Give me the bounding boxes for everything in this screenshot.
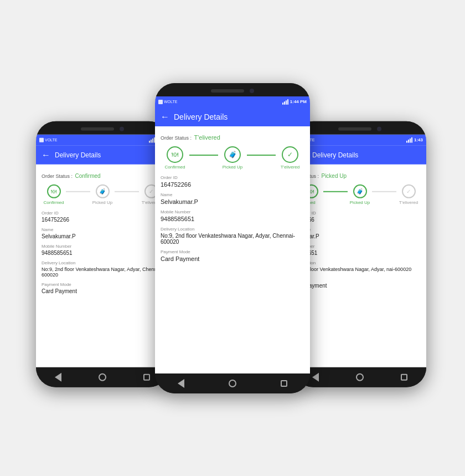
speaker-left <box>81 127 114 130</box>
signal-c-bar-3 <box>286 100 287 105</box>
content-left: Order Status : Confirmed 🍽 Confirmed 🧳 P… <box>36 164 169 367</box>
signal-c-bar-1 <box>282 103 283 105</box>
signal-r-bar-4 <box>411 137 412 142</box>
location-field-center: Delivery Location No:9, 2nd floor Venkat… <box>161 227 304 245</box>
status-network-left: VOLTE <box>45 138 57 142</box>
signal-left <box>149 137 155 142</box>
order-id-field-center: Order ID 164752266 <box>161 175 304 188</box>
signal-r-bar-3 <box>410 138 411 142</box>
payment-label-left: Payment Mode <box>42 281 163 286</box>
location-value-left: No:9, 2nd floor Venkateshwara Nagar, Ady… <box>42 266 163 277</box>
location-label-right: Location <box>299 260 421 265</box>
step-line-1-right <box>323 191 348 192</box>
mobile-label-right: Number <box>299 243 421 248</box>
order-id-label-left: Order ID <box>42 210 163 215</box>
order-id-field-right: Order ID 52266 <box>299 210 421 222</box>
app-header-right: ← Delivery Details <box>293 145 426 164</box>
mobile-value-center: 9488585651 <box>161 216 304 222</box>
content-right: r Status : Picked Up 🍽 med 🧳 Picked Up <box>293 164 426 367</box>
step-label-picked-center: Picked Up <box>223 165 242 170</box>
phone-bottom-right <box>293 367 426 387</box>
nav-back-left[interactable] <box>53 371 64 382</box>
mobile-field-center: Mobile Number 9488585651 <box>161 209 304 222</box>
step-label-delivered-right: T'elivered <box>399 199 418 204</box>
order-id-label-right: Order ID <box>299 210 421 215</box>
name-label-left: Name <box>42 227 163 232</box>
step-line-2-left <box>115 191 139 192</box>
step-circle-picked-left: 🧳 <box>96 184 110 198</box>
mobile-value-right: 585651 <box>299 249 421 255</box>
step-label-picked-right: Picked Up <box>350 199 370 204</box>
step-circle-confirmed-left: 🍽 <box>47 184 61 198</box>
name-label-center: Name <box>161 192 304 197</box>
step-line-2-center <box>247 155 276 156</box>
step-label-picked-left: Picked Up <box>92 199 112 204</box>
location-value-right: 2nd floor Venkateshwara Nagar, Adyar, na… <box>299 266 421 272</box>
step-label-confirmed-left: Confirmed <box>44 199 64 204</box>
signal-r-bar-1 <box>406 140 407 142</box>
app-header-center: ← Delivery Details <box>155 108 310 126</box>
nav-square-right[interactable] <box>399 371 410 382</box>
signal-c-bar-2 <box>284 101 285 105</box>
order-id-value-right: 52266 <box>299 216 421 222</box>
phone-top-right <box>293 121 426 134</box>
status-left-icons: VOLTE <box>39 137 57 142</box>
speaker-center <box>211 89 244 93</box>
step-line-1-center <box>189 155 218 156</box>
order-status-field-left: Order Status : Confirmed <box>42 170 163 180</box>
step-picked-left: 🧳 Picked Up <box>90 184 115 204</box>
payment-value-center: Card Payment <box>161 255 304 262</box>
order-id-value-left: 164752266 <box>42 216 163 222</box>
nav-home-left[interactable] <box>97 371 108 382</box>
camera-right <box>377 126 381 131</box>
location-value-center: No:9, 2nd floor Venkateshwara Nagar, Ady… <box>161 233 304 245</box>
status-time-right: 1:43 <box>414 137 423 142</box>
step-circle-confirmed-center: 🍽 <box>167 146 183 163</box>
step-line-1-left <box>66 191 90 192</box>
scene: VOLTE 1:43 ← Delivery Details <box>0 0 465 476</box>
phone-left: VOLTE 1:43 ← Delivery Details <box>36 121 169 387</box>
status-bar-left: VOLTE 1:43 <box>36 134 169 145</box>
step-label-confirmed-center: Confirmed <box>165 165 185 170</box>
status-right-center: 1:44 PM <box>282 99 307 105</box>
header-title-right: Delivery Details <box>312 151 358 158</box>
signal-bar-1 <box>149 140 150 142</box>
signal-bar-2 <box>151 139 152 142</box>
step-delivered-center: ✓ T'elivered <box>276 146 304 170</box>
location-field-right: Location 2nd floor Venkateshwara Nagar, … <box>299 260 421 272</box>
name-value-right: kumar.P <box>299 233 421 239</box>
mobile-value-left: 9488585651 <box>42 249 163 255</box>
status-bar-center: WOLTE 1:44 PM <box>155 96 310 108</box>
payment-field-right: Mode nt Payment <box>299 276 421 288</box>
step-delivered-right: ✓ T'elivered <box>396 184 421 204</box>
signal-center <box>282 99 288 105</box>
status-wifi-icon-center <box>158 100 163 104</box>
step-confirmed-center: 🍽 Confirmed <box>161 146 189 170</box>
phone-top-center <box>155 83 310 96</box>
step-circle-picked-center: 🧳 <box>224 146 241 163</box>
nav-square-left[interactable] <box>141 371 152 382</box>
speaker-right <box>338 127 371 130</box>
app-header-left: ← Delivery Details <box>36 145 169 164</box>
screen-center: WOLTE 1:44 PM ← Delivery Details <box>155 96 310 373</box>
name-field-center: Name Selvakumar.P <box>161 192 304 205</box>
nav-back-right[interactable] <box>310 371 321 382</box>
name-field-left: Name Selvakumar.P <box>42 227 163 239</box>
screen-left: VOLTE 1:43 ← Delivery Details <box>36 134 169 367</box>
nav-home-right[interactable] <box>354 371 365 382</box>
mobile-label-center: Mobile Number <box>161 209 304 214</box>
phone-right: VOLTE 1:43 ← Delivery Details <box>293 121 426 387</box>
order-status-field-right: r Status : Picked Up <box>299 170 421 180</box>
order-status-value-right: Picked Up <box>321 172 347 178</box>
step-circle-delivered-center: ✓ <box>282 146 298 163</box>
signal-right <box>406 137 412 142</box>
payment-label-right: Mode <box>299 276 421 281</box>
nav-back-center[interactable] <box>175 378 187 389</box>
header-title-left: Delivery Details <box>55 151 101 158</box>
nav-home-center[interactable] <box>227 378 238 389</box>
location-label-left: Delivery Location <box>42 260 163 265</box>
back-button-left[interactable]: ← <box>42 150 50 160</box>
back-button-center[interactable]: ← <box>161 112 169 122</box>
nav-square-center[interactable] <box>278 378 290 389</box>
mobile-label-left: Mobile Number <box>42 243 163 248</box>
